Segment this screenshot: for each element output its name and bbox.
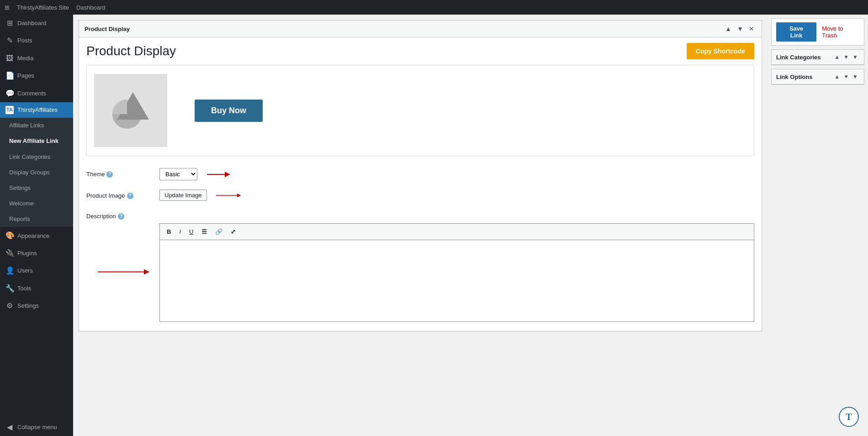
red-arrow-icon [205, 170, 232, 179]
buy-now-button[interactable]: Buy Now [195, 100, 263, 122]
sidebar-item-label: Appearance [17, 232, 49, 240]
link-categories-up-btn[interactable]: ▲ [833, 53, 841, 61]
sidebar-item-label: Tools [17, 284, 31, 293]
right-panel: Save Link Move to Trash Link Categories … [767, 15, 868, 436]
expand-button[interactable]: ⤢ [228, 226, 239, 237]
description-label: Description ? [86, 210, 150, 220]
theme-help-icon[interactable]: ? [106, 171, 113, 178]
sidebar-item-label: Display Groups [9, 168, 50, 177]
description-help-icon[interactable]: ? [118, 213, 124, 220]
theme-control: Basic Modern Classic [159, 168, 232, 180]
users-icon: 👤 [5, 266, 14, 276]
posts-icon: ✎ [5, 36, 14, 46]
dashboard-link[interactable]: Dashboard [76, 4, 106, 11]
theme-label: Theme ? [86, 168, 150, 178]
sidebar-item-label: Welcome [9, 200, 34, 208]
sidebar-item-pages[interactable]: 📄 Pages [0, 67, 73, 84]
sidebar-item-display-groups[interactable]: Display Groups [0, 165, 73, 180]
description-toolbar: B I U ☰ 🔗 ⤢ [159, 223, 754, 240]
sidebar: ⊞ Dashboard ✎ Posts 🖼 Media 📄 Pages 💬 Co… [0, 15, 73, 436]
description-label-row: Description ? [86, 210, 754, 223]
sidebar-item-comments[interactable]: 💬 Comments [0, 85, 73, 102]
sidebar-item-label: Affiliate Links [9, 121, 44, 130]
link-categories-title: Link Categories [776, 54, 821, 61]
move-to-trash-link[interactable]: Move to Trash [822, 25, 859, 39]
link-options-down-btn[interactable]: ▼ [842, 73, 850, 80]
bold-button[interactable]: B [164, 226, 174, 237]
page-title: Product Display [86, 44, 176, 58]
metabox-collapse-down-btn[interactable]: ▼ [735, 24, 745, 33]
product-image-placeholder [94, 74, 167, 147]
media-icon: 🖼 [5, 53, 14, 63]
preview-area: Buy Now [86, 65, 754, 156]
link-categories-down-btn[interactable]: ▼ [842, 53, 850, 61]
description-area: Description ? [79, 205, 762, 331]
link-categories-header: Link Categories ▲ ▼ ▼ [772, 50, 864, 65]
product-image-help-icon[interactable]: ? [127, 193, 133, 199]
link-options-up-btn[interactable]: ▲ [833, 73, 841, 80]
sidebar-item-dashboard[interactable]: ⊞ Dashboard [0, 15, 73, 32]
update-image-button[interactable]: Update Image [159, 189, 207, 201]
sidebar-item-label: Pages [17, 72, 34, 80]
sidebar-item-thirstyaffiliates[interactable]: TA ThirstyAffiliates [0, 102, 73, 118]
description-editor-wrapper: B I U ☰ 🔗 ⤢ [86, 223, 754, 322]
product-display-top: Product Display Copy Shortcode [79, 37, 762, 65]
link-button[interactable]: 🔗 [212, 226, 226, 237]
link-categories-toggle-btn[interactable]: ▼ [851, 53, 859, 61]
metabox-header-controls: ▲ ▼ ✕ [723, 24, 756, 33]
theme-row: Theme ? Basic Modern Classic [79, 163, 762, 185]
comments-icon: 💬 [5, 89, 14, 99]
description-arrow [95, 268, 150, 278]
ta-icon: TA [5, 106, 14, 114]
dashboard-icon: ⊞ [5, 18, 14, 28]
sidebar-item-link-categories[interactable]: Link Categories [0, 149, 73, 165]
underline-button[interactable]: U [186, 226, 196, 237]
sidebar-item-plugins[interactable]: 🔌 Plugins [0, 245, 73, 262]
site-name[interactable]: ThirstyAffiliates Site [17, 4, 69, 11]
sidebar-item-posts[interactable]: ✎ Posts [0, 32, 73, 49]
sidebar-item-collapse[interactable]: ◀ Collapse menu [0, 419, 73, 436]
topbar: ⊞ ThirstyAffiliates Site Dashboard [0, 0, 868, 15]
sidebar-item-affiliate-links[interactable]: Affiliate Links [0, 118, 73, 133]
red-arrow-2-icon [214, 191, 242, 200]
watermark-badge: T [839, 407, 859, 427]
plugins-icon: 🔌 [5, 248, 14, 258]
sidebar-item-label: Users [17, 267, 33, 275]
list-button[interactable]: ☰ [198, 226, 210, 237]
description-editor[interactable] [159, 240, 754, 322]
sidebar-item-new-affiliate-link[interactable]: New Affiliate Link [0, 133, 73, 149]
placeholder-image-icon [108, 88, 153, 133]
sidebar-item-media[interactable]: 🖼 Media [0, 50, 73, 67]
sidebar-item-users[interactable]: 👤 Users [0, 262, 73, 279]
save-link-button[interactable]: Save Link [776, 22, 816, 42]
theme-arrow [205, 170, 232, 179]
sidebar-item-label: Link Categories [9, 153, 50, 161]
product-image-label: Product Image ? [86, 189, 150, 199]
sidebar-item-tools[interactable]: 🔧 Tools [0, 280, 73, 297]
italic-button[interactable]: I [176, 226, 184, 237]
metabox-close-btn[interactable]: ✕ [747, 24, 756, 33]
metabox-header: Product Display ▲ ▼ ✕ [79, 21, 762, 37]
sidebar-item-label: Plugins [17, 249, 37, 257]
sidebar-item-welcome[interactable]: Welcome [0, 196, 73, 211]
sidebar-item-settings[interactable]: Settings [0, 180, 73, 196]
wp-logo-icon[interactable]: ⊞ [5, 4, 10, 11]
product-image-row: Product Image ? Update Image [79, 185, 762, 205]
sidebar-item-label: Comments [17, 89, 46, 98]
link-categories-controls: ▲ ▼ ▼ [833, 53, 859, 61]
sidebar-item-settings-wp[interactable]: ⚙ Settings [0, 297, 73, 315]
theme-select[interactable]: Basic Modern Classic [159, 168, 197, 180]
product-display-metabox: Product Display ▲ ▼ ✕ Product Display Co… [79, 20, 762, 331]
sidebar-item-label: Media [17, 54, 33, 63]
metabox-collapse-up-btn[interactable]: ▲ [723, 24, 733, 33]
link-options-toggle-btn[interactable]: ▼ [851, 73, 859, 80]
collapse-icon: ◀ [5, 422, 14, 432]
save-publish-box: Save Link Move to Trash [771, 18, 864, 46]
sidebar-item-reports[interactable]: Reports [0, 211, 73, 227]
pages-icon: 📄 [5, 71, 14, 81]
sidebar-item-appearance[interactable]: 🎨 Appearance [0, 227, 73, 244]
product-image-control: Update Image [159, 189, 242, 201]
image-arrow [214, 191, 242, 200]
link-options-box: Link Options ▲ ▼ ▼ [771, 69, 864, 85]
copy-shortcode-button[interactable]: Copy Shortcode [687, 43, 754, 59]
